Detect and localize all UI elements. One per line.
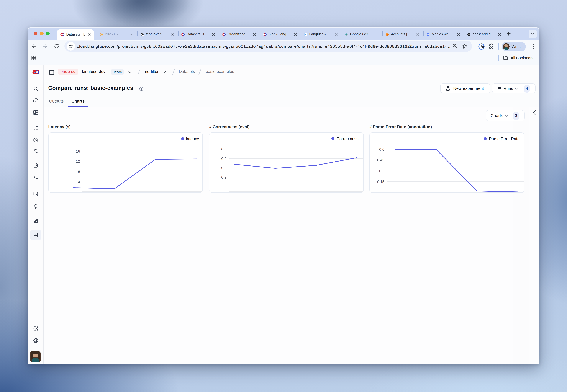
- svg-text:Parse Error Rate: Parse Error Rate: [489, 137, 520, 141]
- svg-text:latency: latency: [186, 137, 199, 141]
- svg-text:0.8: 0.8: [221, 147, 227, 151]
- svg-text:0.4: 0.4: [221, 166, 227, 170]
- svg-text:Correctness: Correctness: [337, 137, 358, 141]
- svg-text:0.45: 0.45: [377, 158, 384, 162]
- svg-text:0.3: 0.3: [379, 169, 384, 173]
- svg-text:12: 12: [76, 159, 80, 163]
- svg-text:0.2: 0.2: [221, 175, 227, 179]
- svg-text:6: 6: [305, 34, 306, 36]
- svg-text:0.6: 0.6: [379, 147, 384, 151]
- svg-text:4: 4: [78, 180, 80, 184]
- svg-text:0.15: 0.15: [377, 180, 384, 184]
- svg-text:16: 16: [76, 149, 80, 153]
- svg-text:8: 8: [78, 170, 80, 174]
- svg-text:0.6: 0.6: [221, 156, 227, 161]
